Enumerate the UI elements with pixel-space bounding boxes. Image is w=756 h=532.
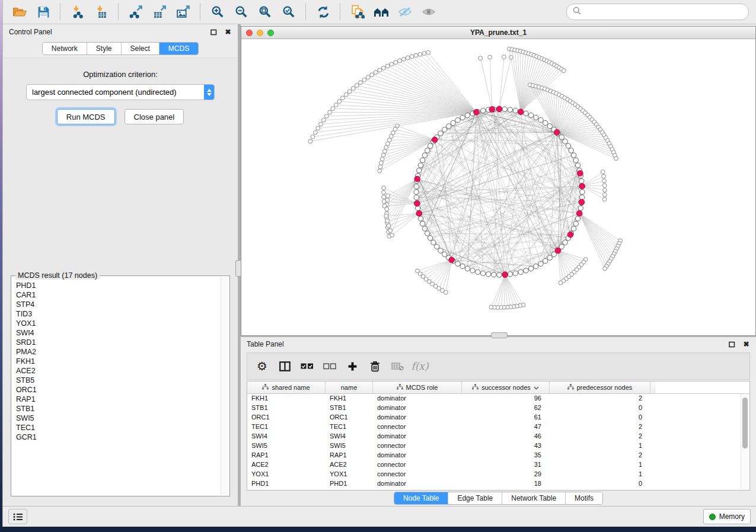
mcds-result-item[interactable]: TID3	[16, 309, 220, 319]
trash-icon[interactable]	[363, 355, 386, 377]
mcds-result-item[interactable]: RAP1	[16, 395, 220, 404]
table-scrollbar-thumb[interactable]	[742, 398, 748, 448]
first-neighbors-icon[interactable]	[369, 2, 393, 21]
zoom-selected-icon[interactable]	[277, 2, 301, 21]
deselect-all-icon[interactable]	[318, 355, 341, 377]
network-node[interactable]	[513, 271, 518, 275]
tab-node-table[interactable]: Node Table	[394, 492, 449, 504]
network-node[interactable]	[575, 216, 580, 221]
mcds-result-item[interactable]: SWI5	[16, 414, 220, 423]
network-node[interactable]	[455, 261, 460, 266]
network-node[interactable]	[446, 124, 451, 129]
mcds-hub-node[interactable]	[414, 176, 420, 182]
mcds-result-item[interactable]: STP4	[16, 300, 220, 309]
network-node[interactable]	[476, 270, 480, 274]
export-table-icon[interactable]	[148, 2, 171, 21]
table-row[interactable]: RAP1RAP1dominator352	[247, 450, 740, 460]
optimization-criterion-select[interactable]: largest connected component (undirected)	[26, 84, 215, 100]
search-input[interactable]	[585, 7, 742, 17]
tab-network[interactable]: Network	[43, 43, 87, 55]
tab-mcds[interactable]: MCDS	[160, 43, 198, 55]
network-node[interactable]	[460, 115, 465, 120]
open-file-icon[interactable]	[8, 2, 31, 21]
network-node[interactable]	[480, 108, 485, 113]
network-node[interactable]	[580, 190, 585, 194]
network-node[interactable]	[578, 206, 583, 210]
mcds-hub-node[interactable]	[449, 257, 455, 263]
mcds-result-item[interactable]: YOX1	[16, 319, 220, 328]
network-node[interactable]	[417, 168, 422, 173]
mcds-result-item[interactable]: STB5	[16, 376, 220, 385]
column-header-predecessor-nodes[interactable]: predecessor nodes	[550, 382, 650, 393]
mcds-hub-node[interactable]	[579, 183, 585, 189]
zoom-in-icon[interactable]	[206, 2, 229, 21]
network-node[interactable]	[442, 127, 446, 132]
network-node[interactable]	[438, 248, 443, 253]
close-table-panel-icon[interactable]: ✖	[742, 341, 750, 348]
export-image-icon[interactable]	[171, 2, 195, 21]
network-node[interactable]	[428, 236, 432, 241]
mcds-hub-node[interactable]	[496, 106, 502, 112]
network-node[interactable]	[559, 134, 564, 139]
table-row[interactable]: YOX1YOX1connector291	[247, 469, 740, 479]
network-node[interactable]	[518, 270, 523, 274]
mcds-result-item[interactable]: SRD1	[16, 338, 220, 347]
network-node[interactable]	[414, 195, 419, 200]
network-node[interactable]	[547, 124, 552, 129]
horizontal-splitter-handle[interactable]	[491, 332, 508, 338]
network-node[interactable]	[431, 240, 436, 245]
memory-button[interactable]: Memory	[703, 509, 751, 524]
network-node[interactable]	[543, 258, 548, 263]
tab-motifs[interactable]: Motifs	[566, 492, 602, 504]
table-row[interactable]: FKH1FKH1dominator962	[247, 393, 740, 403]
network-node[interactable]	[524, 111, 528, 116]
gear-icon[interactable]: ⚙	[251, 355, 273, 377]
network-node[interactable]	[414, 190, 419, 194]
import-table-icon[interactable]	[90, 2, 113, 21]
network-node[interactable]	[579, 179, 584, 184]
mcds-hub-node[interactable]	[555, 248, 561, 254]
network-node[interactable]	[547, 255, 552, 260]
network-node[interactable]	[422, 226, 427, 231]
hide-selected-icon[interactable]	[393, 2, 417, 21]
network-node[interactable]	[508, 272, 512, 277]
network-node[interactable]	[460, 264, 465, 268]
mcds-hub-node[interactable]	[554, 129, 560, 135]
network-node[interactable]	[538, 261, 543, 266]
table-row[interactable]: PHD1PHD1dominator180	[247, 479, 740, 488]
network-node[interactable]	[414, 184, 419, 189]
network-node[interactable]	[418, 216, 423, 221]
add-icon[interactable]	[341, 355, 363, 377]
mcds-result-item[interactable]: FKH1	[16, 357, 220, 366]
tab-select[interactable]: Select	[122, 43, 160, 55]
network-node[interactable]	[569, 148, 573, 153]
network-node[interactable]	[543, 120, 548, 125]
column-header-successor-nodes[interactable]: successor nodes	[462, 382, 550, 393]
network-node[interactable]	[420, 221, 425, 226]
mcds-hub-node[interactable]	[518, 109, 524, 115]
mcds-result-item[interactable]: PMA2	[16, 347, 220, 357]
mcds-result-list[interactable]: PHD1CAR1STP4TID3YOX1SWI4SRD1PMA2FKH1ACE2…	[12, 281, 220, 495]
refresh-icon[interactable]	[311, 2, 335, 21]
mcds-hub-node[interactable]	[416, 210, 422, 216]
network-node[interactable]	[502, 107, 507, 111]
table-row[interactable]: STB1STB1dominator620	[247, 403, 740, 412]
network-node[interactable]	[575, 163, 580, 168]
network-node[interactable]	[465, 113, 470, 117]
network-node[interactable]	[455, 118, 460, 123]
network-node[interactable]	[442, 252, 446, 257]
save-session-icon[interactable]	[31, 2, 55, 21]
table-row[interactable]: SWI5SWI5connector431	[247, 441, 740, 450]
table-row[interactable]: ACE2ACE2connector311	[247, 460, 740, 469]
network-node[interactable]	[418, 163, 423, 168]
network-node[interactable]	[508, 107, 512, 112]
run-mcds-button[interactable]: Run MCDS	[57, 109, 115, 124]
network-node[interactable]	[428, 143, 432, 148]
tab-style[interactable]: Style	[87, 43, 122, 55]
float-table-panel-icon[interactable]	[728, 341, 736, 348]
show-all-icon[interactable]	[417, 2, 441, 21]
close-panel-icon[interactable]: ✖	[224, 28, 232, 36]
mcds-hub-node[interactable]	[578, 171, 583, 177]
mcds-result-item[interactable]: STB1	[16, 404, 220, 414]
network-node[interactable]	[571, 226, 576, 231]
